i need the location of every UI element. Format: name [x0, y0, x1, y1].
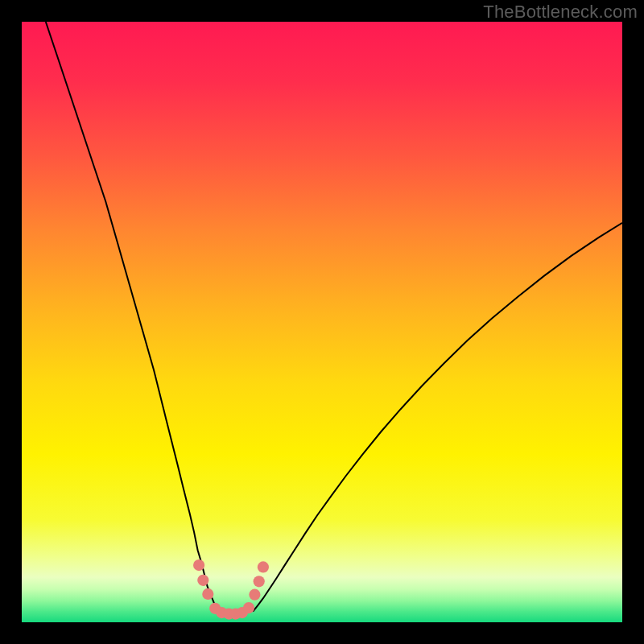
trough-dot — [202, 588, 213, 600]
watermark: TheBottleneck.com — [483, 2, 638, 23]
trough-dot — [254, 576, 265, 587]
trough-dot — [258, 561, 269, 572]
trough-dot — [193, 559, 204, 571]
chart-svg — [22, 22, 622, 622]
gradient-background — [22, 22, 622, 622]
trough-dot — [197, 575, 208, 586]
trough-dot — [249, 589, 260, 601]
trough-dot — [243, 602, 254, 613]
chart-frame: TheBottleneck.com — [0, 0, 644, 644]
plot-area — [22, 22, 622, 622]
